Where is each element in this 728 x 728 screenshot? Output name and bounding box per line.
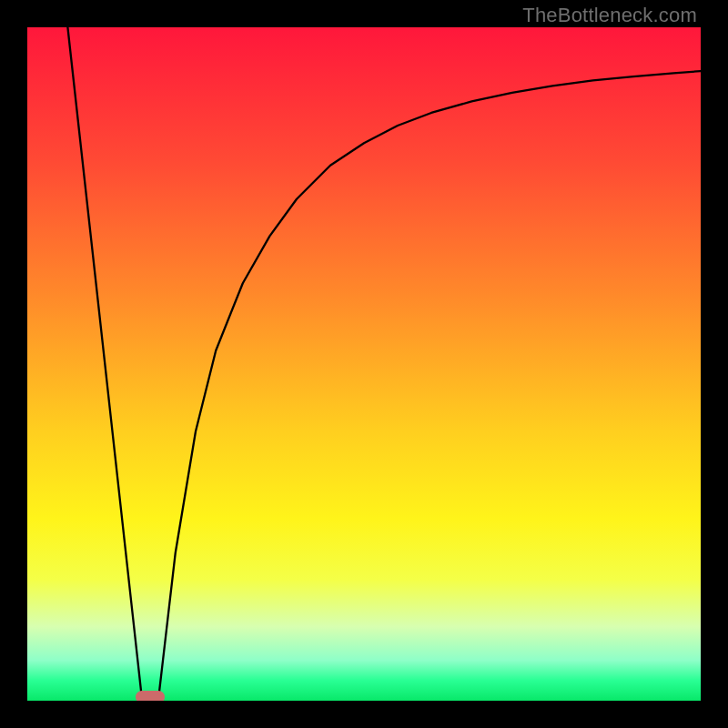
curve-layer	[27, 27, 701, 701]
series-right-segment	[158, 71, 701, 697]
chart-frame: TheBottleneck.com	[0, 0, 728, 728]
series-left-segment	[67, 27, 141, 697]
watermark-text: TheBottleneck.com	[522, 4, 697, 27]
plot-area	[27, 27, 701, 701]
bottleneck-marker	[136, 691, 165, 701]
